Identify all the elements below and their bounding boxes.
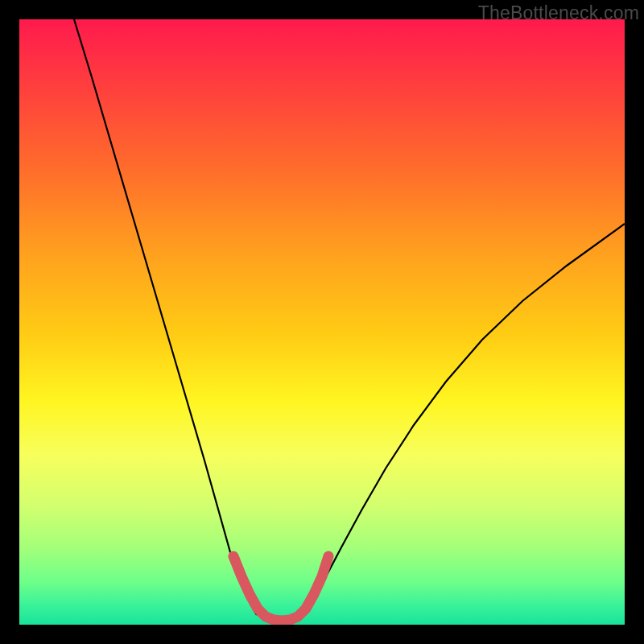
series-left-curve (74, 19, 257, 615)
series-bottom-valley (233, 556, 328, 621)
chart-frame (19, 19, 625, 625)
series-right-curve (305, 224, 625, 615)
watermark-text: TheBottleneck.com (478, 2, 639, 24)
chart-svg (19, 19, 625, 625)
